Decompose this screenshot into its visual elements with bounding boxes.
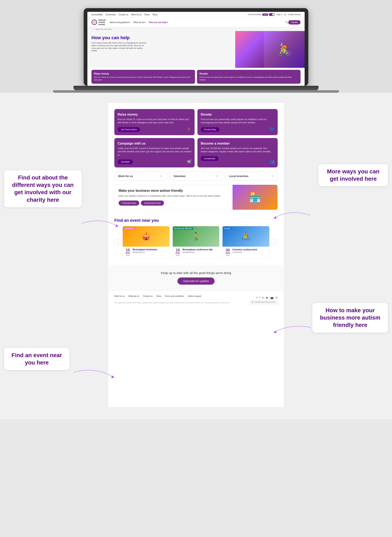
campaign-button[interactable]: campaign bbox=[118, 159, 133, 164]
sign-in-link[interactable]: Sign in bbox=[277, 14, 282, 15]
instagram-icon[interactable]: 📷 bbox=[270, 296, 274, 299]
or-text: or bbox=[284, 14, 286, 16]
logo-icon bbox=[91, 19, 97, 25]
hero-content: How you can help From raising money with… bbox=[91, 35, 149, 52]
corporate-team-button[interactable]: Corporate team bbox=[119, 201, 139, 205]
home-icon[interactable]: ⌂ bbox=[91, 28, 93, 30]
event-card-3: 🚴 CYCLING 30 AUG 2020 Coventry cycling e… bbox=[222, 226, 270, 259]
main-nav-links: Advice and guidance ▾ What we do ▾ How y… bbox=[110, 21, 283, 23]
work-arrow-icon: → bbox=[160, 174, 163, 178]
event-badge-1: FUNDRAISE BY bbox=[123, 228, 136, 230]
events-grid: 🎪 FUNDRAISE BY 15 AUG 2020 Birmingham fu… bbox=[121, 226, 271, 259]
running-icon: 🏃 bbox=[186, 127, 192, 132]
footer-terms[interactable]: Terms and conditions bbox=[165, 295, 184, 297]
event-info-1: Birmingham fundraiser BIRMINGHAM bbox=[132, 248, 157, 257]
hero-title: How you can help bbox=[91, 35, 149, 40]
card-membership-text: Join over 23,000 like minded people and … bbox=[201, 147, 274, 153]
events-carousel: ‹ 🎪 FUNDRAISE BY 15 AUG 2020 bbox=[114, 226, 278, 259]
event-year-2: 2020 bbox=[175, 254, 181, 257]
footer-contact[interactable]: Contact us bbox=[143, 295, 153, 297]
event-body-3: 30 AUG 2020 Coventry cycling event COVEN… bbox=[223, 247, 269, 259]
facebook-icon[interactable]: f bbox=[257, 296, 257, 299]
subscribe-button[interactable]: Subscribe for updates bbox=[177, 277, 215, 285]
event-day-3: 30 bbox=[224, 248, 231, 252]
laptop-foot bbox=[53, 90, 339, 93]
nav-work[interactable]: Work for us bbox=[131, 14, 142, 16]
subscribe-text: Keep up to date with all the great thing… bbox=[114, 271, 278, 275]
laptop-screen: Accessibility Community Contact us Work … bbox=[84, 8, 308, 86]
laptop-card-donate-title: Donate bbox=[200, 72, 298, 75]
logo-area: National Autistic Society bbox=[91, 19, 106, 26]
laptop-wrapper: Accessibility Community Contact us Work … bbox=[0, 0, 392, 93]
event-year-3: 2020 bbox=[224, 254, 231, 257]
linkedin-icon[interactable]: in bbox=[262, 296, 264, 299]
nav-community[interactable]: Community bbox=[105, 14, 116, 16]
nav-how-to-help[interactable]: How you can help ▾ bbox=[149, 21, 168, 23]
breadcrumb: ⌂ › HOW YOU CAN HELP bbox=[87, 28, 305, 31]
annotation-right2: How to make your business more autism fr… bbox=[312, 303, 388, 333]
donate-today-button[interactable]: Donate today bbox=[201, 127, 219, 132]
top-nav-links: Accessibility Community Contact us Work … bbox=[91, 14, 157, 16]
search-icon[interactable]: 🔍 bbox=[285, 21, 288, 24]
event-month-1: AUG bbox=[125, 252, 131, 254]
card-membership-title: Become a member bbox=[201, 142, 274, 145]
donate-button[interactable]: Donate bbox=[288, 20, 301, 24]
event-card-2: 🚶 WALKING AND TREKKING 15 AUG 2020 Birmi… bbox=[173, 226, 220, 259]
carousel-prev-button[interactable]: ‹ bbox=[114, 239, 121, 246]
hero-image: 🚴 bbox=[235, 31, 305, 68]
laptop-card-raise-text: Run our virtual 7k, cycle run round your… bbox=[94, 76, 192, 81]
subscribe-section: Keep up to date with all the great thing… bbox=[108, 265, 284, 291]
create-account-link[interactable]: Create account bbox=[288, 14, 301, 15]
event-title-3[interactable]: Coventry cycling event bbox=[232, 248, 257, 251]
fr-text: FUNDRAISING REGULATOR bbox=[254, 301, 276, 303]
business-buttons: Corporate team Employment team bbox=[119, 201, 229, 205]
local-branches-link[interactable]: Local branches → bbox=[225, 172, 278, 181]
footer-work[interactable]: Work for us bbox=[114, 295, 125, 297]
join-team-autism-button[interactable]: Join Team Autism bbox=[118, 127, 140, 132]
youtube-icon[interactable]: ▶ bbox=[266, 296, 268, 299]
event-title-1[interactable]: Birmingham fundraiser bbox=[132, 248, 157, 251]
annotation-left1: Find out about the different ways you ca… bbox=[4, 170, 82, 207]
footer-autism[interactable]: Autism support bbox=[188, 295, 201, 297]
footer-what[interactable]: What we do bbox=[128, 295, 139, 297]
membership-button[interactable]: membership bbox=[201, 156, 219, 161]
card-campaign-text: Lobby your local MP, council or business… bbox=[118, 147, 191, 157]
megaphone-icon: 📢 bbox=[186, 159, 192, 165]
footer: Work for us What we do Contact us Shop T… bbox=[108, 291, 284, 308]
nav-news[interactable]: News bbox=[145, 14, 150, 16]
twitter-icon[interactable]: t bbox=[259, 296, 260, 299]
site-name: National Autistic Society bbox=[98, 19, 106, 26]
event-title-2[interactable]: Birmingham conference title bbox=[182, 248, 213, 251]
work-for-us-link[interactable]: Work for us → bbox=[114, 172, 167, 181]
nav-shop[interactable]: Shop bbox=[153, 14, 157, 16]
business-title: Make your business more autism friendly bbox=[119, 189, 229, 192]
business-description: Help your autistic customers or employee… bbox=[119, 194, 229, 198]
vivid-toggle[interactable] bbox=[269, 13, 275, 16]
branches-arrow-icon: → bbox=[271, 174, 274, 178]
laptop-card-donate: Donate Find out how your generosity coul… bbox=[197, 70, 301, 84]
colour-wide-toggle: COLOUR WIDE: Vivid bbox=[248, 13, 274, 16]
nav-accessibility[interactable]: Accessibility bbox=[91, 14, 103, 16]
nav-main-bar: National Autistic Society Advice and gui… bbox=[87, 17, 305, 28]
nav-top-bar: Accessibility Community Contact us Work … bbox=[87, 12, 305, 17]
nav-what-we-do[interactable]: What we do ▾ bbox=[133, 21, 145, 23]
cards-grid: Raise money Run our virtual 7k, cycle ru… bbox=[108, 103, 284, 170]
laptop-card-raise-title: Raise money bbox=[94, 72, 192, 75]
events-section: Find an event near you ‹ 🎪 FUNDRAISE BY … bbox=[108, 214, 284, 265]
carousel-next-button[interactable]: › bbox=[271, 239, 278, 246]
breadcrumb-current: HOW YOU CAN HELP bbox=[96, 28, 112, 30]
annotation-left2: Find an event near you here bbox=[4, 348, 70, 370]
event-day-1: 15 bbox=[125, 248, 131, 252]
top-nav-right: COLOUR WIDE: Vivid Sign in or Create acc… bbox=[248, 13, 301, 16]
nav-advice[interactable]: Advice and guidance ▾ bbox=[110, 21, 130, 23]
event-location-3: COVENTRY bbox=[232, 251, 257, 253]
volunteer-link[interactable]: Volunteer → bbox=[170, 172, 222, 181]
google-icon[interactable]: G bbox=[276, 296, 278, 299]
footer-shop[interactable]: Shop bbox=[156, 295, 161, 297]
content-area: Raise money Run our virtual 7k, cycle ru… bbox=[0, 93, 392, 419]
employment-team-button[interactable]: Employment team bbox=[141, 201, 164, 205]
website-content: Raise money Run our virtual 7k, cycle ru… bbox=[108, 103, 284, 407]
nav-contact[interactable]: Contact us bbox=[119, 14, 128, 16]
event-location-1: BIRMINGHAM bbox=[132, 251, 157, 253]
card-donate-title: Donate bbox=[201, 113, 274, 116]
